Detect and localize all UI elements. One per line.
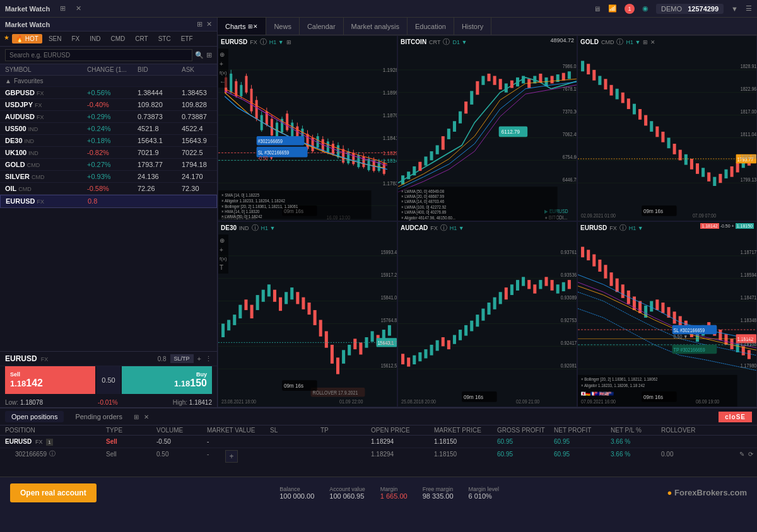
de30-tool-t[interactable]: T — [220, 264, 227, 271]
info-icon[interactable]: ⓘ — [260, 37, 267, 47]
svg-text:0.93089: 0.93089 — [561, 295, 577, 301]
charts-close-icon[interactable]: ✕ — [253, 23, 258, 30]
add-icon[interactable]: + — [197, 355, 201, 362]
svg-text:7678.15: 7678.15 — [563, 86, 577, 93]
sidebar-tab-hot[interactable]: 🔥 HOT — [12, 34, 42, 43]
market-row-gbpusd[interactable]: GBPUSDFX +0.56% 1.38444 1.38453 — [0, 87, 217, 99]
de30-tool-crosshair[interactable]: ⊕ — [220, 237, 227, 244]
search-input[interactable] — [5, 49, 192, 61]
bitcoin-tf[interactable]: D1 ▼ — [452, 39, 467, 45]
close-icon[interactable]: ✕ — [76, 4, 81, 13]
edit-icon[interactable]: ✎ — [739, 451, 744, 458]
svg-text:15612.5: 15612.5 — [381, 362, 397, 369]
tool-arrow[interactable]: ← — [220, 78, 227, 85]
refresh-icon[interactable]: ⟳ — [748, 451, 753, 458]
bottom-bar: Open real account Balance 100 000.00 Acc… — [0, 477, 757, 508]
sidebar-tab-stc[interactable]: STC — [155, 34, 175, 43]
position-symbol: EURUSD — [5, 438, 32, 445]
svg-text:× LWMA [50, 0] 46949.08: × LWMA [50, 0] 46949.08 — [401, 188, 444, 194]
market-row-audusd[interactable]: AUDUSDFX +0.29% 0.73873 0.73887 — [0, 111, 217, 123]
charts-tab-education[interactable]: Education — [408, 18, 454, 35]
eurusd-selected-row[interactable]: EURUSDFX 0.8 — [0, 195, 217, 208]
de30-info-icon[interactable]: ⓘ — [252, 223, 259, 233]
tf-h1[interactable]: H1 ▼ — [269, 39, 284, 45]
svg-rect-167 — [655, 127, 659, 137]
gold-close[interactable]: ✕ — [650, 39, 655, 45]
gold-tf[interactable]: H1 ▼ — [626, 39, 640, 45]
sidebar-tab-etf[interactable]: ETF — [177, 34, 197, 43]
window-icon[interactable]: ⊞ — [60, 4, 66, 13]
eurusd2-info-icon[interactable]: ⓘ — [619, 223, 626, 233]
gold-info-icon[interactable]: ⓘ — [616, 37, 623, 47]
svg-rect-305 — [610, 272, 613, 286]
svg-rect-177 — [713, 177, 716, 186]
market-row-silver[interactable]: SILVERCMD +0.93% 24.136 24.170 — [0, 171, 217, 183]
widget-menu-icon[interactable]: ⋮ — [205, 355, 212, 363]
notification-badge[interactable]: 1 — [625, 4, 635, 14]
svg-rect-307 — [621, 284, 625, 298]
market-row-gold[interactable]: GOLDCMD +0.27% 1793.77 1794.18 — [0, 159, 217, 171]
tool-plus[interactable]: + — [220, 61, 227, 67]
close-button[interactable]: cloSE — [719, 412, 752, 422]
eurusd-row[interactable]: EURUSDFX 0.8 — [1, 195, 216, 207]
menu-icon[interactable]: ☰ — [746, 4, 752, 13]
gold-expand[interactable]: ⊞ — [643, 39, 648, 45]
sl-tp-button[interactable]: SL/TP — [170, 354, 194, 363]
svg-text:TP #302166659: TP #302166659 — [674, 347, 705, 353]
market-row-us500[interactable]: US500IND +0.24% 4521.8 4522.4 — [0, 123, 217, 135]
search-icon[interactable]: 🔍 — [195, 51, 204, 59]
market-row-usdjpy[interactable]: USDJPYFX -0.40% 109.820 109.828 — [0, 99, 217, 111]
demo-badge: DEMO 12574299 — [656, 4, 724, 14]
de30-tool-fx[interactable]: f(x) — [220, 256, 227, 262]
market-row-oil[interactable]: OILCMD -0.58% 72.26 72.30 — [0, 183, 217, 195]
market-row-de30[interactable]: DE30IND +0.18% 15643.1 15643.9 — [0, 135, 217, 147]
charts-tab-calendar[interactable]: Calendar — [300, 18, 344, 35]
chart-expand-icon[interactable]: ⊞ — [286, 39, 291, 45]
svg-rect-226 — [353, 338, 356, 349]
settings-icon[interactable]: ▼ — [731, 5, 738, 13]
audcad-info-icon[interactable]: ⓘ — [440, 223, 447, 233]
collapse-icon[interactable]: ▲ — [5, 78, 11, 84]
sell-button[interactable]: Sell 1.18142 — [5, 366, 95, 394]
svg-rect-180 — [731, 166, 734, 177]
sidebar-tab-cmd[interactable]: CMD — [107, 34, 129, 43]
tool-crosshair[interactable]: ⊕ — [220, 51, 227, 58]
audcad-tf[interactable]: H1 ▼ — [450, 225, 464, 231]
tab-open-positions[interactable]: Open positions — [5, 411, 64, 422]
order-info-icon[interactable]: ⓘ — [49, 449, 56, 458]
svg-rect-306 — [616, 279, 619, 292]
sidebar-close-icon[interactable]: ✕ — [206, 20, 212, 28]
svg-rect-101 — [401, 175, 404, 184]
sidebar-tab-crt[interactable]: CRT — [131, 34, 151, 43]
grid-view-icon[interactable]: ⊞ — [206, 51, 212, 59]
charts-tab-charts[interactable]: Charts ⊞ ✕ — [218, 18, 266, 35]
svg-rect-261 — [442, 337, 445, 346]
open-account-button[interactable]: Open real account — [10, 483, 97, 502]
svg-text:25.08.2018 20:00: 25.08.2018 20:00 — [401, 399, 436, 405]
add-chart-button[interactable]: + — [225, 450, 238, 463]
bitcoin-info-icon[interactable]: ⓘ — [443, 37, 450, 47]
positions-close-icon[interactable]: ✕ — [144, 413, 149, 420]
eurusd2-tf[interactable]: H1 ▼ — [629, 225, 643, 231]
svg-rect-259 — [430, 345, 433, 356]
sidebar-tab-fx[interactable]: FX — [67, 34, 83, 43]
charts-expand-icon[interactable]: ⊞ — [248, 23, 253, 30]
sidebar-expand-icon[interactable]: ⊞ — [197, 20, 202, 28]
svg-rect-160 — [616, 89, 619, 100]
positions-expand-icon[interactable]: ⊞ — [134, 413, 139, 420]
tab-pending-orders[interactable]: Pending orders — [69, 411, 129, 422]
charts-tab-market-analysis[interactable]: Market analysis — [344, 18, 408, 35]
svg-text:15917.2: 15917.2 — [381, 272, 397, 279]
tool-fx[interactable]: f(x) — [220, 70, 227, 76]
de30-tf[interactable]: H1 ▼ — [261, 225, 276, 231]
svg-text:1.18471: 1.18471 — [741, 295, 756, 301]
market-row-uk100[interactable]: UK100IND -0.82% 7021.9 7022.5 — [0, 147, 217, 159]
charts-tab-news[interactable]: News — [266, 18, 300, 35]
buy-button[interactable]: Buy 1.18150 — [122, 366, 212, 394]
svg-text:09m 16s: 09m 16s — [643, 207, 663, 214]
sidebar-tab-ind[interactable]: IND — [86, 34, 104, 43]
svg-text:15764.8: 15764.8 — [381, 318, 397, 324]
de30-tool-plus[interactable]: + — [220, 246, 227, 253]
charts-tab-history[interactable]: History — [454, 18, 491, 35]
sidebar-tab-sen[interactable]: SEN — [45, 34, 66, 43]
